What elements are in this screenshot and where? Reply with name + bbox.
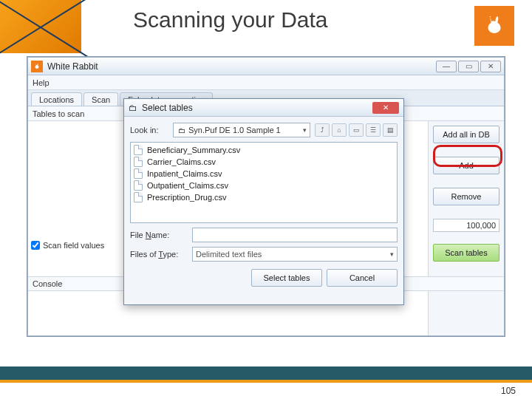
- cancel-button[interactable]: Cancel: [327, 269, 398, 287]
- folder-open-icon: 🗀: [178, 126, 185, 134]
- slide-title: Scanning your Data: [133, 7, 328, 33]
- file-name: Beneficiary_Summary.csv: [147, 146, 240, 154]
- scan-field-values-checkbox[interactable]: [31, 241, 40, 250]
- footer-bar-teal: [0, 366, 532, 380]
- scan-tables-button[interactable]: Scan tables: [433, 244, 499, 262]
- window-controls: — ▭ ✕: [436, 61, 501, 72]
- add-button-highlight: [433, 145, 502, 167]
- nav-icons: ⤴ ⌂ ▭ ☰ ▤: [315, 123, 398, 137]
- list-view-icon[interactable]: ☰: [366, 123, 381, 137]
- close-button[interactable]: ✕: [480, 61, 501, 72]
- maximize-button[interactable]: ▭: [458, 61, 479, 72]
- menu-help[interactable]: Help: [33, 78, 50, 87]
- sample-size-field[interactable]: 100,000: [433, 219, 499, 232]
- document-icon: [134, 168, 143, 179]
- remove-button[interactable]: Remove: [433, 188, 499, 205]
- list-item[interactable]: Prescription_Drug.csv: [132, 191, 395, 203]
- footer-bar-orange: [0, 380, 532, 383]
- chevron-down-icon: ▾: [390, 250, 394, 258]
- tab-scan[interactable]: Scan: [83, 92, 118, 106]
- tab-locations[interactable]: Locations: [31, 92, 82, 106]
- file-name-label: File Name:: [130, 231, 188, 239]
- scan-field-values-row: Scan field values: [31, 241, 104, 250]
- dialog-close-button[interactable]: ✕: [372, 102, 399, 114]
- rabbit-mini-icon: [31, 61, 43, 72]
- document-icon: [134, 157, 143, 167]
- list-item[interactable]: Inpatient_Claims.csv: [132, 168, 395, 180]
- files-of-type-combo[interactable]: Delimited text files ▾: [192, 247, 398, 262]
- details-view-icon[interactable]: ▤: [383, 123, 398, 137]
- app-titlebar: White Rabbit — ▭ ✕: [28, 58, 504, 75]
- document-icon: [134, 180, 143, 191]
- up-one-level-icon[interactable]: ⤴: [315, 123, 330, 137]
- dialog-title: Select tables: [142, 103, 193, 113]
- look-in-combo[interactable]: 🗀 Syn.Puf DE 1.0 Sample 1 ▾: [173, 123, 310, 137]
- file-list[interactable]: Beneficiary_Summary.csv Carrier_Claims.c…: [130, 142, 398, 223]
- new-folder-icon[interactable]: ▭: [349, 123, 364, 137]
- document-icon: [134, 192, 143, 202]
- dialog-body: Look in: 🗀 Syn.Puf DE 1.0 Sample 1 ▾ ⤴ ⌂…: [124, 117, 403, 293]
- files-of-type-label: Files of Type:: [130, 250, 188, 259]
- list-item[interactable]: Carrier_Claims.csv: [132, 156, 395, 168]
- scan-field-values-label: Scan field values: [43, 241, 104, 250]
- rabbit-logo-icon: [474, 6, 514, 46]
- folder-icon: 🗀: [129, 103, 137, 113]
- menubar: Help: [28, 75, 504, 90]
- file-name: Outpatient_Claims.csv: [147, 181, 228, 190]
- page-number: 105: [501, 386, 516, 396]
- minimize-button[interactable]: —: [436, 61, 457, 72]
- app-title: White Rabbit: [47, 61, 98, 72]
- select-tables-button[interactable]: Select tables: [251, 269, 322, 287]
- file-name: Inpatient_Claims.csv: [147, 169, 222, 178]
- file-name: Prescription_Drug.csv: [147, 193, 227, 202]
- add-all-in-db-button[interactable]: Add all in DB: [433, 126, 499, 143]
- list-item[interactable]: Beneficiary_Summary.csv: [132, 144, 395, 156]
- screenshot-frame: White Rabbit — ▭ ✕ Help Locations Scan F…: [27, 56, 505, 337]
- chevron-down-icon: ▾: [303, 126, 307, 134]
- logo-x-icon: [0, 0, 81, 53]
- look-in-value: Syn.Puf DE 1.0 Sample 1: [188, 126, 281, 134]
- look-in-label: Look in:: [130, 126, 168, 134]
- document-icon: [134, 145, 143, 155]
- files-of-type-value: Delimited text files: [196, 250, 262, 259]
- select-tables-dialog: 🗀 Select tables ✕ Look in: 🗀 Syn.Puf DE …: [123, 98, 404, 305]
- file-name-input[interactable]: [192, 228, 398, 242]
- home-icon[interactable]: ⌂: [332, 123, 347, 137]
- dialog-titlebar: 🗀 Select tables ✕: [124, 99, 403, 117]
- file-name: Carrier_Claims.csv: [147, 157, 216, 166]
- list-item[interactable]: Outpatient_Claims.csv: [132, 180, 395, 191]
